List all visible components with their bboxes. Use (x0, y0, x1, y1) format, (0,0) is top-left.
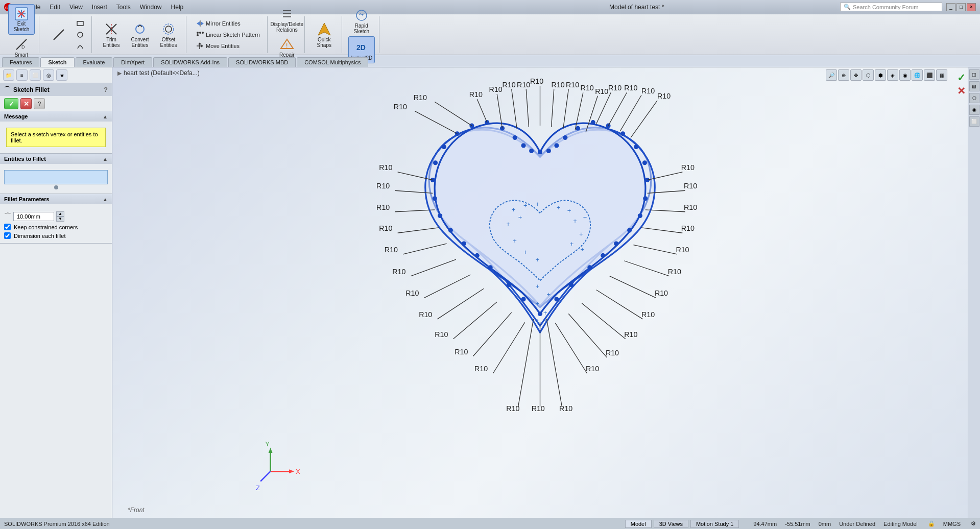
message-section-content: Select a sketch vertex or entities to fi… (0, 122, 112, 153)
minimize-button[interactable]: _ (946, 3, 955, 11)
leader-11 (608, 92, 627, 126)
mirror-entities-button[interactable]: Mirror Entities (193, 18, 263, 29)
offset-icon (160, 21, 177, 37)
tab-dimxpert[interactable]: DimXpert (113, 57, 152, 67)
quick-snaps-label: Quick Snaps (313, 37, 336, 48)
fillet-point-bottom (538, 311, 542, 316)
r10-label-l6: R10 (392, 268, 405, 276)
spinner-up[interactable]: ▲ (56, 211, 64, 217)
model-tab[interactable]: Model (625, 520, 652, 528)
units-label: MMGS (943, 521, 961, 527)
fm-icon-3[interactable]: ⬜ (30, 69, 41, 81)
help-button[interactable]: ? (34, 98, 45, 109)
coord-y: -55.51mm (785, 521, 810, 527)
circle-button[interactable] (73, 30, 87, 40)
tab-comsol[interactable]: COMSOL Multiphysics (297, 57, 368, 67)
right-btn-4[interactable]: ◉ (969, 105, 979, 115)
offset-entities-button[interactable]: Offset Entities (155, 19, 182, 50)
convert-entities-button[interactable]: Convert Entities (127, 19, 153, 50)
r10-label-1: R10 (469, 90, 483, 99)
entities-section-header[interactable]: Entities to Fillet ▲ (0, 154, 112, 164)
fillet-point-18 (587, 265, 592, 270)
main-content: 📁 ≡ ⬜ ◎ ★ ⌒ Sketch Fillet ? ✓ ✕ ? Messag… (0, 67, 980, 518)
fm-icon-2[interactable]: ≡ (16, 69, 28, 81)
svg-point-13 (197, 32, 199, 34)
move-entities-button[interactable]: Move Entities (193, 41, 263, 51)
right-btn-3[interactable]: ⬡ (969, 93, 979, 103)
keep-constrained-checkbox[interactable] (4, 224, 11, 230)
leader-r5 (633, 245, 677, 254)
display-delete-button[interactable]: Display/Delete Relations (274, 4, 300, 35)
mirror-move-group: Mirror Entities Linear Sketch Pattern Mo… (188, 16, 268, 53)
r10-label-12: R10 (641, 87, 655, 95)
canvas-reject-button[interactable]: ✕ (957, 85, 966, 97)
menu-help[interactable]: Help (167, 3, 188, 12)
linear-sketch-button[interactable]: Linear Sketch Pattern (193, 30, 263, 40)
leader-r7 (610, 276, 656, 298)
right-btn-5[interactable]: ⬜ (969, 116, 979, 127)
svg-point-7 (78, 32, 83, 37)
exit-sketch-button[interactable]: Exit Sketch (8, 4, 35, 35)
tab-solidworks-mbd[interactable]: SOLIDWORKS MBD (228, 57, 296, 67)
dimension-each-checkbox[interactable] (4, 232, 11, 239)
entities-input[interactable] (4, 170, 108, 184)
quick-snaps-button[interactable]: Quick Snaps (311, 19, 338, 50)
fm-icon-4[interactable]: ◎ (43, 69, 54, 81)
fillet-point-31 (563, 135, 567, 140)
message-section-header[interactable]: Message ▲ (0, 111, 112, 122)
fillet-point-12 (475, 253, 480, 258)
settings-icon[interactable]: ⚙ (971, 520, 976, 527)
svg-point-14 (199, 32, 201, 34)
motion-study-tab[interactable]: Motion Study 1 (690, 520, 739, 528)
svg-line-29 (260, 471, 270, 481)
leader-r11 (555, 323, 587, 374)
right-btn-1[interactable]: ◫ (969, 69, 979, 80)
tab-evaluate[interactable]: Evaluate (76, 57, 113, 67)
spinner-down[interactable]: ▼ (56, 217, 64, 222)
rapid-sketch-icon (353, 8, 370, 23)
fillet-point-10 (448, 228, 453, 233)
r10-label-b1: R10 (506, 404, 519, 413)
menu-edit[interactable]: Edit (45, 3, 64, 12)
svg-text:X: X (296, 468, 300, 475)
fillet-radius-input[interactable] (13, 212, 54, 221)
canvas-area[interactable]: ▶ heart test (Default<<Defa...) 🔎 ⊕ ✥ ⬡ … (112, 67, 968, 518)
leader-r9 (582, 303, 626, 339)
ok-button[interactable]: ✓ (4, 98, 18, 109)
message-text: Select a sketch vertex or entities to fi… (6, 128, 106, 147)
menu-window[interactable]: Window (136, 3, 166, 12)
r10-label-l8: R10 (419, 310, 432, 319)
menu-insert[interactable]: Insert (88, 3, 111, 12)
tab-features[interactable]: Features (2, 57, 39, 67)
close-button[interactable]: × (967, 3, 976, 11)
right-btn-2[interactable]: ▧ (969, 81, 979, 91)
help-icon[interactable]: ? (104, 86, 108, 93)
menu-view[interactable]: View (65, 3, 87, 12)
plus-20: + (570, 240, 574, 248)
message-section: Message ▲ Select a sketch vertex or enti… (0, 111, 112, 154)
move-entities-label: Move Entities (206, 43, 240, 49)
fillet-params-header[interactable]: Fillet Parameters ▲ (0, 194, 112, 204)
tab-solidworks-addins[interactable]: SOLIDWORKS Add-Ins (153, 57, 227, 67)
arc-button[interactable] (73, 41, 87, 51)
fillet-value-row: ⌒ ▲ ▼ (4, 211, 108, 222)
canvas-accept-button[interactable]: ✓ (957, 71, 966, 84)
tab-sketch[interactable]: Sketch (40, 57, 74, 67)
menu-tools[interactable]: Tools (112, 3, 135, 12)
plus-1: + (512, 206, 516, 213)
search-community-forum[interactable]: 🔍 Search Community Forum (840, 3, 942, 11)
xyz-indicator: X Y Z (256, 440, 300, 492)
3d-views-tab[interactable]: 3D Views (654, 520, 688, 528)
line-button[interactable] (45, 19, 72, 50)
fm-icon-5[interactable]: ★ (56, 69, 67, 81)
fm-icon-1[interactable]: 📁 (3, 69, 14, 81)
svg-point-16 (197, 34, 199, 36)
rectangle-button[interactable] (73, 18, 87, 29)
cancel-button[interactable]: ✕ (20, 98, 32, 109)
left-panel: 📁 ≡ ⬜ ◎ ★ ⌒ Sketch Fillet ? ✓ ✕ ? Messag… (0, 67, 112, 518)
leader-l3 (395, 210, 435, 212)
maximize-button[interactable]: □ (957, 3, 966, 11)
rapid-sketch-button[interactable]: Rapid Sketch (348, 6, 375, 36)
linear-sketch-label: Linear Sketch Pattern (206, 32, 260, 38)
trim-entities-button[interactable]: Trim Entities (98, 19, 125, 50)
